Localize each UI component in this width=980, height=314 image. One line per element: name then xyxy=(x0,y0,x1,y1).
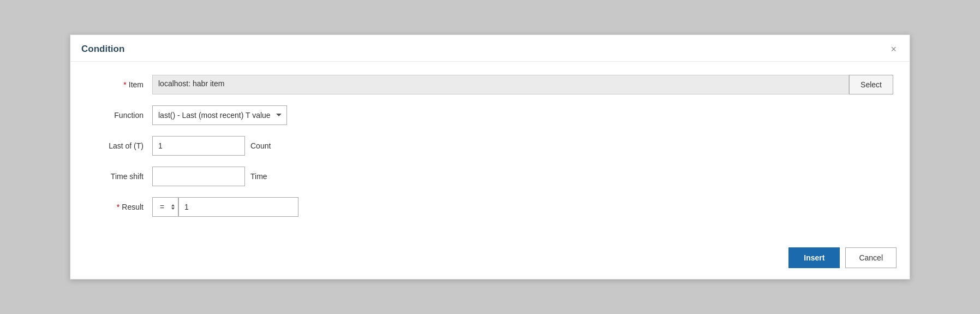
last-of-label: Last of (T) xyxy=(87,141,152,150)
result-operator-wrapper: = xyxy=(152,197,178,217)
time-shift-row: Time shift Time xyxy=(87,167,893,186)
result-value-input[interactable] xyxy=(178,197,298,217)
time-shift-suffix: Time xyxy=(250,172,267,181)
last-of-suffix: Count xyxy=(250,141,271,150)
select-button[interactable]: Select xyxy=(849,75,893,94)
insert-button[interactable]: Insert xyxy=(788,247,840,268)
item-row: *Item localhost: habr item Select xyxy=(87,75,893,94)
dialog-title: Condition xyxy=(81,44,124,55)
function-label: Function xyxy=(87,111,152,120)
result-required-star: * xyxy=(117,203,119,211)
dialog-body: *Item localhost: habr item Select Functi… xyxy=(70,62,910,239)
result-row: *Result = xyxy=(87,197,893,217)
dialog-footer: Insert Cancel xyxy=(70,239,910,279)
function-row: Function last() - Last (most recent) T v… xyxy=(87,105,893,125)
dialog-header: Condition × xyxy=(70,35,910,62)
time-shift-input[interactable] xyxy=(152,167,245,186)
item-label: *Item xyxy=(87,80,152,89)
item-input-wrapper: localhost: habr item Select xyxy=(152,75,893,94)
condition-dialog: Condition × *Item localhost: habr item S… xyxy=(70,34,910,280)
time-shift-label: Time shift xyxy=(87,172,152,181)
cancel-button[interactable]: Cancel xyxy=(845,247,897,268)
last-of-input[interactable] xyxy=(152,136,245,156)
function-select-wrapper: last() - Last (most recent) T value xyxy=(152,105,893,125)
last-of-row: Last of (T) Count xyxy=(87,136,893,156)
item-required-star: * xyxy=(123,80,126,89)
function-select[interactable]: last() - Last (most recent) T value xyxy=(152,105,287,125)
result-operator-select[interactable]: = xyxy=(152,197,178,217)
close-button[interactable]: × xyxy=(888,44,899,54)
result-label: *Result xyxy=(87,203,152,211)
item-value-display: localhost: habr item xyxy=(152,75,849,94)
